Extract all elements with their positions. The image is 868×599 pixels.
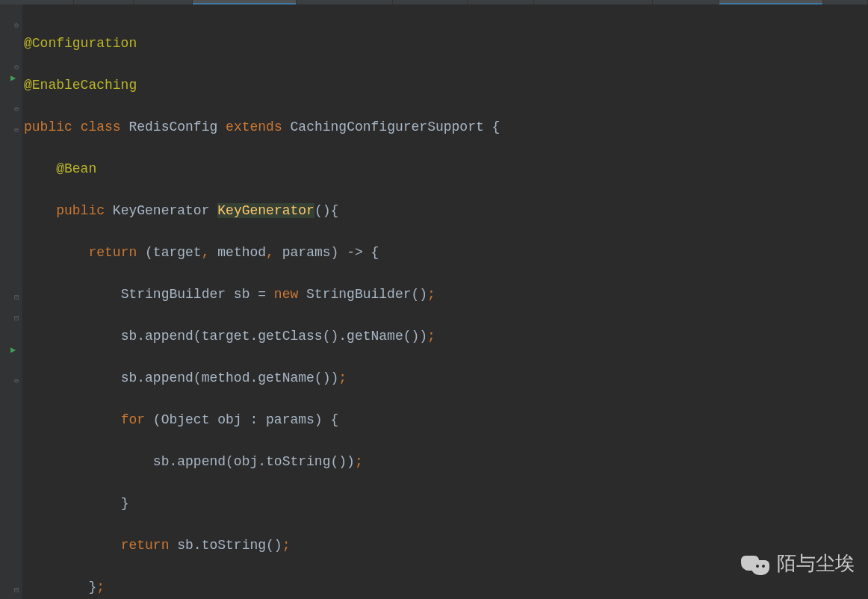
keyword: public [24,120,72,134]
code-text: (target [145,245,202,260]
fold-icon[interactable]: ⊖ [14,99,19,120]
keyword: return [88,245,137,260]
annotation: @Configuration [24,36,137,51]
keyword: new [274,287,298,302]
run-gutter-icon[interactable]: ▶ [10,68,16,89]
keyword: return [121,538,170,553]
fold-icon[interactable]: ⊖ [14,120,19,141]
keyword: class [81,120,121,134]
class-name: CachingConfigurerSupport [291,120,484,134]
code-text: StringBuilder sb = [121,287,274,302]
annotation: @Bean [56,161,96,176]
punct: ; [427,329,435,344]
editor-area: ⊖ ⊖ ▶ ⊖ ⊖ ⊟ ⊟ ▶ ⊖ ⊟ @Configuration @Enab… [0,4,868,599]
method-name-highlight: KeyGenerator [217,203,314,218]
watermark-text: 陌与尘埃 [777,553,855,574]
keyword: extends [226,120,282,134]
fold-icon[interactable]: ⊟ [14,580,19,599]
punct: ; [282,538,291,553]
class-name: RedisConfig [128,120,217,134]
run-gutter-icon[interactable]: ▶ [10,340,16,361]
code-text: StringBuilder() [298,287,427,302]
punct: , [266,245,274,260]
code-text: method [209,245,266,260]
code-text: sb.append(target.getClass().getName()) [121,329,427,344]
code-text: sb.append(method.getName()) [121,370,339,385]
keyword: for [121,412,145,427]
code-text: sb.toString() [169,538,282,553]
code-text: params) -> { [274,245,379,260]
fold-icon[interactable]: ⊟ [14,288,19,308]
code-editor[interactable]: @Configuration @EnableCaching public cla… [22,4,868,599]
punct: ; [338,370,347,385]
brace: } [121,496,129,511]
fold-icon[interactable]: ⊖ [14,16,19,37]
wechat-icon [740,550,771,577]
keyword: public [56,203,105,218]
punct: ; [355,454,363,469]
punct: , [202,245,210,260]
punct: ; [427,287,435,302]
punct: ; [96,580,105,595]
fold-icon[interactable]: ⊟ [14,308,19,329]
code-text: sb.append(obj.toString()) [153,454,355,469]
type: KeyGenerator [113,203,210,218]
code-text: (Object obj : params) { [145,412,338,427]
brace: } [88,580,96,595]
gutter[interactable]: ⊖ ⊖ ▶ ⊖ ⊖ ⊟ ⊟ ▶ ⊖ ⊟ [0,4,22,599]
fold-icon[interactable]: ⊖ [14,371,19,392]
annotation: @EnableCaching [24,78,137,93]
watermark: 陌与尘埃 [740,550,855,577]
